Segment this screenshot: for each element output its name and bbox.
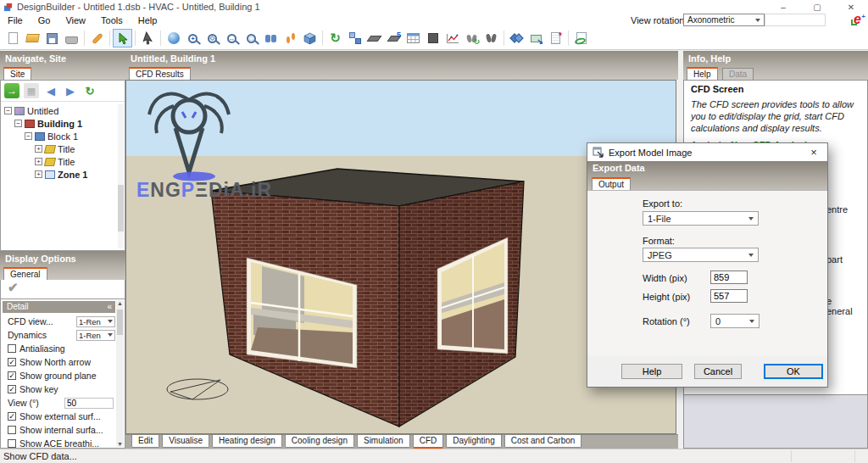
ok-button[interactable]: OK bbox=[764, 364, 823, 379]
cfd-results-icon[interactable] bbox=[481, 29, 501, 47]
go-to-icon[interactable]: → bbox=[4, 83, 19, 98]
collapse-chevrons-icon[interactable]: « bbox=[107, 302, 112, 313]
detail-section-bar[interactable]: Detail« bbox=[3, 301, 115, 313]
zoom-in-icon[interactable]: + bbox=[183, 29, 203, 47]
menu-go[interactable]: Go bbox=[31, 15, 58, 25]
tab-cfd[interactable]: CFD bbox=[413, 435, 444, 449]
show-north-arrow-row: ✓Show North arrow bbox=[1, 355, 117, 369]
maximize-button[interactable]: ▢ bbox=[800, 0, 834, 14]
zoom-extents-icon[interactable]: ↔ bbox=[222, 29, 242, 47]
menu-tools[interactable]: Tools bbox=[93, 15, 131, 25]
results-table-icon[interactable] bbox=[403, 29, 423, 47]
expand-toggle[interactable]: + bbox=[35, 158, 42, 165]
dark-cube-icon[interactable] bbox=[423, 29, 442, 47]
model-title: Untitled, Building 1 bbox=[125, 51, 678, 64]
rebuild-model-icon[interactable] bbox=[345, 29, 364, 47]
tree-item-title[interactable]: +Title bbox=[1, 155, 125, 168]
manage-icon[interactable]: ▦ bbox=[24, 83, 39, 98]
tab-daylighting[interactable]: Daylighting bbox=[446, 435, 501, 448]
rotation-select[interactable]: 0 bbox=[710, 314, 760, 328]
tree-item-title[interactable]: +Title bbox=[1, 142, 125, 155]
print-icon[interactable] bbox=[62, 29, 81, 47]
height-input[interactable] bbox=[710, 289, 748, 303]
format-select[interactable]: JPEG bbox=[643, 248, 759, 262]
export-image-icon[interactable]: ↘ bbox=[526, 29, 546, 47]
options-wrench-icon[interactable] bbox=[87, 29, 107, 47]
expand-toggle[interactable]: + bbox=[35, 145, 42, 153]
tab-output[interactable]: Output bbox=[592, 177, 631, 190]
back-icon[interactable]: ◀ bbox=[43, 83, 58, 98]
collapse-toggle[interactable]: − bbox=[25, 132, 32, 140]
refresh-tree-icon[interactable]: ↻ bbox=[82, 83, 97, 98]
orbit-icon[interactable] bbox=[164, 29, 183, 47]
grid-slice-icon[interactable] bbox=[364, 29, 384, 47]
show-north-arrow-checkbox[interactable]: ✓ bbox=[8, 358, 16, 366]
walkthrough-icon[interactable] bbox=[281, 29, 300, 47]
show-external-surfaces-checkbox[interactable]: ✓ bbox=[8, 412, 16, 421]
close-button[interactable]: ✕ bbox=[834, 0, 868, 14]
collapse-toggle[interactable]: − bbox=[4, 107, 12, 114]
tree-item-block-1[interactable]: −Block 1 bbox=[1, 130, 125, 142]
scroll-up-icon[interactable]: ▲ bbox=[116, 300, 124, 306]
select-arrow-icon[interactable] bbox=[113, 29, 132, 47]
antialiasing-checkbox[interactable] bbox=[8, 344, 16, 353]
tree-scrollbar[interactable] bbox=[118, 104, 124, 248]
tree-item-untitled[interactable]: −Untitled bbox=[1, 104, 125, 117]
menu-view[interactable]: View bbox=[58, 15, 93, 25]
expand-toggle[interactable]: + bbox=[35, 170, 42, 178]
width-input[interactable] bbox=[710, 271, 748, 284]
apply-checkmark-icon[interactable]: ✔ bbox=[0, 280, 125, 298]
save-icon[interactable] bbox=[42, 29, 62, 47]
new-file-icon[interactable] bbox=[3, 29, 23, 47]
forward-icon[interactable]: ▶ bbox=[63, 83, 78, 98]
cfd-view-select[interactable]: 1-Ren bbox=[76, 316, 115, 327]
dynamics-select[interactable]: 1-Ren bbox=[76, 330, 115, 341]
find-binoculars-icon[interactable] bbox=[261, 29, 281, 47]
tab-help[interactable]: Help bbox=[687, 67, 718, 80]
report-icon[interactable]: * bbox=[546, 29, 565, 47]
tab-cfd-results[interactable]: CFD Results bbox=[129, 67, 191, 80]
tab-heating-design[interactable]: Heating design bbox=[212, 435, 282, 448]
scroll-down-icon[interactable]: ▼ bbox=[116, 441, 124, 447]
tab-data[interactable]: Data bbox=[722, 68, 754, 80]
zoom-window-icon[interactable]: □ bbox=[242, 29, 261, 47]
tab-site[interactable]: Site bbox=[3, 67, 31, 80]
menu-help[interactable]: Help bbox=[131, 15, 165, 25]
movie-film-icon[interactable] bbox=[507, 29, 526, 47]
show-internal-surfaces-checkbox[interactable] bbox=[8, 426, 16, 434]
notes-icon[interactable] bbox=[571, 29, 591, 47]
tab-edit[interactable]: Edit bbox=[131, 435, 159, 448]
minimize-button[interactable]: – bbox=[766, 0, 800, 14]
refresh-icon[interactable]: ↻ bbox=[326, 29, 345, 47]
export-to-select[interactable]: 1-File bbox=[643, 211, 759, 226]
menu-file[interactable]: File bbox=[0, 15, 31, 25]
show-ground-plane-checkbox[interactable]: ✓ bbox=[8, 371, 16, 380]
cancel-button[interactable]: Cancel bbox=[694, 364, 742, 379]
cfd-update-icon[interactable]: ↻ bbox=[462, 29, 481, 47]
tab-visualise[interactable]: Visualise bbox=[162, 435, 209, 448]
axonometric-cube-icon[interactable] bbox=[300, 29, 320, 47]
tree-item-building-1[interactable]: −Building 1 bbox=[1, 117, 125, 130]
help-button[interactable]: Help bbox=[621, 364, 682, 379]
dialog-close-icon[interactable]: × bbox=[800, 143, 827, 161]
view-angle-input[interactable] bbox=[64, 398, 114, 409]
grid-update-icon[interactable]: 5 bbox=[384, 29, 403, 47]
show-ace-breathing-checkbox[interactable] bbox=[8, 439, 16, 448]
chevron-down-icon bbox=[748, 254, 754, 257]
rotation-value: 0 bbox=[715, 316, 721, 326]
status-separator bbox=[791, 450, 792, 462]
tree-item-zone-1[interactable]: +Zone 1 bbox=[1, 168, 125, 181]
tab-cooling-design[interactable]: Cooling design bbox=[285, 435, 354, 448]
options-scrollbar[interactable]: ▲▼ bbox=[116, 300, 124, 447]
results-chart-icon[interactable] bbox=[442, 29, 462, 47]
show-key-checkbox[interactable]: ✓ bbox=[8, 385, 16, 393]
zoom-dynamic-icon[interactable]: ◇ bbox=[203, 29, 222, 47]
tab-cost-and-carbon[interactable]: Cost and Carbon bbox=[504, 435, 582, 448]
collapse-toggle[interactable]: − bbox=[14, 120, 22, 127]
tab-general[interactable]: General bbox=[3, 267, 47, 280]
open-folder-icon[interactable] bbox=[23, 29, 42, 47]
pan-pointer-icon[interactable] bbox=[138, 29, 158, 47]
toolbar-separator bbox=[568, 31, 569, 46]
tab-simulation[interactable]: Simulation bbox=[357, 435, 410, 448]
view-rotation-select[interactable]: Axonometric bbox=[683, 14, 765, 26]
